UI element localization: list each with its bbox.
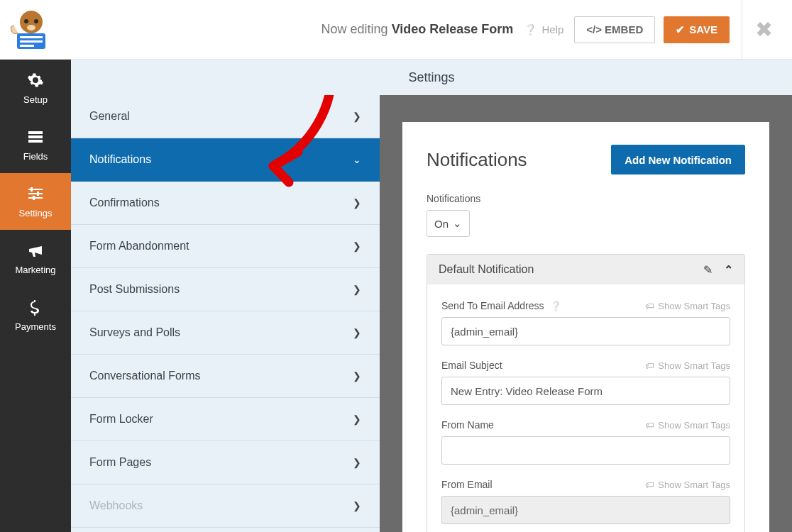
nav-setup[interactable]: Setup [0, 60, 71, 116]
save-label: SAVE [689, 23, 717, 35]
nav-setup-label: Setup [23, 94, 48, 105]
notifications-panel: Notifications Add New Notification Notif… [402, 122, 769, 532]
smart-tags-link[interactable]: 🏷 Show Smart Tags [645, 301, 730, 311]
sidebar-item-label: Confirmations [89, 196, 160, 209]
chevron-right-icon: ❯ [353, 284, 361, 295]
sidebar-item-label: Surveys and Polls [89, 326, 180, 339]
chevron-right-icon: ❯ [353, 457, 361, 468]
smart-tags-link[interactable]: 🏷 Show Smart Tags [645, 420, 730, 431]
card-body: Send To Email Address ❔ 🏷 Show Smart Tag… [427, 284, 744, 532]
svg-rect-6 [20, 40, 43, 43]
chevron-down-icon: ⌄ [453, 217, 462, 230]
from-email-input[interactable] [441, 496, 730, 524]
svg-point-1 [24, 19, 28, 23]
send-to-label: Send To Email Address [441, 300, 544, 311]
smart-tags-label: Show Smart Tags [658, 480, 730, 490]
sidebar-item-notifications[interactable]: Notifications ⌄ [71, 138, 380, 182]
tag-icon: 🏷 [645, 360, 654, 371]
from-email-row: From Email 🏷 Show Smart Tags [441, 479, 730, 524]
chevron-right-icon: ❯ [353, 327, 361, 338]
sidebar-item-surveys-polls[interactable]: Surveys and Polls ❯ [71, 311, 380, 355]
chevron-right-icon: ❯ [353, 197, 361, 209]
svg-point-2 [34, 19, 38, 23]
chevron-down-icon: ⌄ [353, 154, 361, 165]
from-name-input[interactable] [441, 436, 730, 465]
list-icon [27, 128, 44, 145]
sidebar-item-label: Webhooks [89, 499, 143, 512]
chevron-right-icon: ❯ [353, 111, 361, 122]
sidebar-item-label: Form Abandonment [89, 240, 189, 253]
from-name-row: From Name 🏷 Show Smart Tags [441, 419, 730, 465]
notifications-toggle[interactable]: On ⌄ [427, 210, 470, 237]
dollar-icon [27, 299, 44, 316]
add-notification-label: Add New Notification [625, 154, 732, 166]
send-to-input[interactable] [441, 317, 730, 345]
columns: General ❯ Notifications ⌄ Confirmations … [71, 95, 792, 532]
nav-fields-label: Fields [23, 151, 48, 162]
sidebar-item-conversational-forms[interactable]: Conversational Forms ❯ [71, 355, 380, 398]
form-name: Video Release Form [392, 22, 514, 36]
tag-icon: 🏷 [645, 301, 654, 311]
notification-card: Default Notification ✎ ⌃ Send To Email A [427, 254, 745, 532]
sidebar-item-general[interactable]: General ❯ [71, 95, 380, 138]
card-header: Default Notification ✎ ⌃ [427, 255, 744, 284]
chevron-right-icon: ❯ [353, 370, 361, 382]
svg-rect-12 [28, 193, 43, 194]
help-link[interactable]: ❔ Help [524, 23, 563, 36]
nav-fields[interactable]: Fields [0, 116, 71, 173]
collapse-icon[interactable]: ⌃ [724, 263, 733, 277]
nav-payments[interactable]: Payments [0, 287, 71, 343]
megaphone-icon [27, 242, 44, 259]
sidebar-item-form-abandonment[interactable]: Form Abandonment ❯ [71, 225, 380, 268]
sidebar-item-webhooks[interactable]: Webhooks ❯ [71, 484, 380, 528]
help-icon: ❔ [524, 23, 537, 36]
save-button[interactable]: ✔ SAVE [664, 16, 730, 43]
from-name-label: From Name [441, 419, 494, 431]
gear-icon [27, 72, 44, 89]
send-to-row: Send To Email Address ❔ 🏷 Show Smart Tag… [441, 300, 730, 345]
embed-button[interactable]: </> EMBED [574, 16, 655, 43]
top-bar: Now editing Video Release Form ❔ Help </… [0, 0, 792, 60]
add-notification-button[interactable]: Add New Notification [611, 145, 745, 174]
panel-title: Notifications [427, 149, 527, 171]
nav-marketing-label: Marketing [15, 265, 55, 275]
subject-row: Email Subject 🏷 Show Smart Tags [441, 360, 730, 405]
nav-payments-label: Payments [15, 321, 56, 332]
nav-marketing[interactable]: Marketing [0, 230, 71, 287]
smart-tags-link[interactable]: 🏷 Show Smart Tags [645, 360, 730, 371]
edit-icon[interactable]: ✎ [703, 263, 713, 277]
help-icon[interactable]: ❔ [550, 301, 561, 311]
smart-tags-label: Show Smart Tags [658, 420, 730, 431]
sidebar-item-label: Conversational Forms [89, 370, 201, 382]
chevron-right-icon: ❯ [353, 240, 361, 252]
notifications-toggle-label: Notifications [427, 193, 745, 204]
sidebar-item-label: Form Pages [89, 456, 151, 469]
left-nav: Setup Fields Settings Marketing Payments [0, 60, 71, 532]
panel-wrap: Notifications Add New Notification Notif… [380, 95, 792, 532]
smart-tags-label: Show Smart Tags [658, 360, 730, 371]
editing-prefix: Now editing [321, 22, 388, 36]
close-button[interactable]: ✖ [749, 17, 778, 42]
subject-input[interactable] [441, 377, 730, 405]
nav-settings[interactable]: Settings [0, 173, 71, 230]
svg-rect-9 [28, 135, 43, 138]
svg-point-3 [27, 25, 35, 31]
page-title: Settings [71, 60, 792, 95]
svg-rect-16 [33, 196, 35, 200]
embed-label: </> EMBED [586, 23, 643, 35]
sidebar-item-form-locker[interactable]: Form Locker ❯ [71, 398, 380, 441]
sidebar-item-label: Form Locker [89, 413, 153, 426]
smart-tags-link[interactable]: 🏷 Show Smart Tags [645, 480, 730, 490]
sidebar-item-post-submissions[interactable]: Post Submissions ❯ [71, 268, 380, 311]
main: Setup Fields Settings Marketing Payments… [0, 60, 792, 532]
divider [742, 0, 742, 60]
sliders-icon [27, 185, 44, 202]
sidebar-item-label: Notifications [89, 153, 151, 166]
svg-rect-14 [31, 187, 33, 192]
sidebar-item-confirmations[interactable]: Confirmations ❯ [71, 182, 380, 225]
settings-sidebar: General ❯ Notifications ⌄ Confirmations … [71, 95, 380, 532]
toggle-value: On [434, 218, 449, 230]
panel-header: Notifications Add New Notification [427, 145, 745, 174]
sidebar-item-form-pages[interactable]: Form Pages ❯ [71, 441, 380, 484]
chevron-right-icon: ❯ [353, 500, 361, 511]
